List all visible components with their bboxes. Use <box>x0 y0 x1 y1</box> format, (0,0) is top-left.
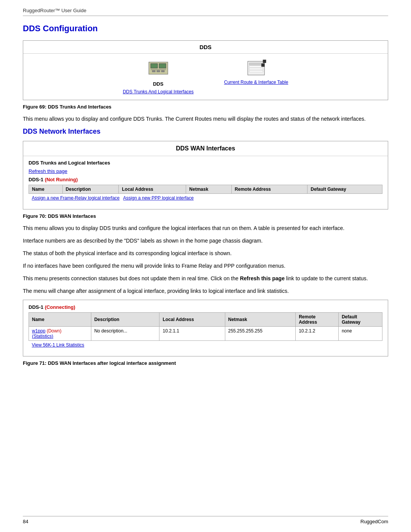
para6-post: link to update to the current status. <box>285 275 368 281</box>
section2-para7: The menu will change after assignment of… <box>23 287 388 295</box>
figure69-caption: Figure 69: DDS Trunks And Interfaces <box>23 104 388 110</box>
section1-para1: This menu allows you to display and conf… <box>23 115 388 123</box>
svg-rect-4 <box>152 70 155 72</box>
svg-rect-9 <box>249 66 263 67</box>
figure69-item1: DDS DDS Trunks And Logical Interfaces <box>123 59 194 94</box>
figure71-table-wrapper: Name Description Local Address Netmask R… <box>29 312 382 349</box>
page-footer: 84 RuggedCom <box>23 516 388 524</box>
assign-row-cell: Assign a new Frame-Relay logical interfa… <box>29 194 382 203</box>
view-stats-row: View 56K-1 Link Statistics <box>29 341 382 350</box>
col-description: Description <box>62 185 119 194</box>
figure70-caption: Figure 70: DDS WAN Interfaces <box>23 213 388 219</box>
view-stats-cell: View 56K-1 Link Statistics <box>29 341 382 350</box>
figure70-status-notrunning: (Not Running) <box>45 177 78 182</box>
svg-rect-2 <box>159 64 166 68</box>
section2-para4: The status of both the physical interfac… <box>23 249 388 257</box>
svg-rect-6 <box>161 70 164 72</box>
figure71-table: Name Description Local Address Netmask R… <box>29 312 382 349</box>
svg-rect-11 <box>249 70 263 72</box>
f71-row-default-gateway: none <box>338 327 382 341</box>
f71-row-local-address: 10.2.1.1 <box>159 327 225 341</box>
svg-rect-13 <box>261 64 264 67</box>
dds-trunks-icon <box>147 59 170 77</box>
f71-row-netmask: 255.255.255.255 <box>225 327 296 341</box>
w1ppp-link[interactable]: w1ppp <box>32 328 45 334</box>
section2-para5: If no interfaces have been configured th… <box>23 262 388 270</box>
figure71-content: DDS-1 (Connecting) Name Description Loca… <box>23 300 388 356</box>
assign-ppp-link[interactable]: Assign a new PPP logical interface <box>123 195 194 201</box>
section2-para3: Interface numbers are as described by th… <box>23 237 388 245</box>
figure70-content: DDS Trunks and Logical Interfaces Refres… <box>23 156 388 209</box>
figure69-title: DDS <box>23 41 388 54</box>
figure69-content: DDS DDS Trunks And Logical Interfaces Cu… <box>23 54 388 100</box>
section1-title: DDS Configuration <box>23 24 388 34</box>
f71-row-description: No description... <box>91 327 159 341</box>
col-remote-address: Remote Address <box>231 185 307 194</box>
f71-col-name: Name <box>29 313 91 327</box>
figure70-wan-title: DDS WAN Interfaces <box>23 141 388 156</box>
assign-frame-relay-link[interactable]: Assign a new Frame-Relay logical interfa… <box>32 195 120 201</box>
figure71-status-prefix: DDS-1 <box>29 304 45 310</box>
col-local-address: Local Address <box>119 185 186 194</box>
para6-bold: Refresh this page <box>240 275 284 281</box>
route-table-icon <box>245 59 268 77</box>
f71-row-remote-address: 10.2.1.2 <box>296 327 339 341</box>
figure71-box: DDS-1 (Connecting) Name Description Loca… <box>23 300 388 356</box>
figure70-refresh-link[interactable]: Refresh this page <box>29 168 67 174</box>
footer-brand: RuggedCom <box>360 519 388 524</box>
page-number: 84 <box>23 519 28 524</box>
col-default-gateway: Default Gateway <box>307 185 382 194</box>
figure70-status-prefix: DDS-1 <box>29 177 45 182</box>
figure69-item1-link[interactable]: DDS Trunks And Logical Interfaces <box>123 89 194 94</box>
figure70-box: DDS WAN Interfaces DDS Trunks and Logica… <box>23 141 388 209</box>
figure70-table-wrapper: Name Description Local Address Netmask R… <box>29 185 382 202</box>
statistics-link[interactable]: (Statistics) <box>32 334 53 339</box>
figure69-item2: Current Route & Interface Table <box>224 59 288 85</box>
figure70-table: Name Description Local Address Netmask R… <box>29 185 382 202</box>
f71-col-description: Description <box>91 313 159 327</box>
section2-title: DDS Network Interfaces <box>23 128 388 136</box>
view-56k-link[interactable]: View 56K-1 Link Statistics <box>32 342 84 348</box>
f71-col-local-address: Local Address <box>159 313 225 327</box>
figure69-box: DDS DDS DDS Trunks And Logical Interface… <box>23 40 388 100</box>
svg-rect-1 <box>151 64 158 68</box>
svg-rect-8 <box>249 63 263 65</box>
figure69-item2-link[interactable]: Current Route & Interface Table <box>224 80 288 85</box>
col-name: Name <box>29 185 63 194</box>
f71-col-netmask: Netmask <box>225 313 296 327</box>
figure71-caption: Figure 71: DDS WAN Interfaces after logi… <box>23 360 388 366</box>
header-title: RuggedRouter™ User Guide <box>23 8 86 13</box>
section2-para6: This menu presents connection statuses b… <box>23 275 388 283</box>
f71-col-default-gateway: DefaultGateway <box>338 313 382 327</box>
down-status: (Down) <box>45 328 61 334</box>
svg-rect-5 <box>157 70 160 72</box>
f71-row-name: w1ppp (Down) (Statistics) <box>29 327 91 341</box>
page-header: RuggedRouter™ User Guide <box>23 8 388 16</box>
col-netmask: Netmask <box>186 185 231 194</box>
para6-pre: This menu presents connection statuses b… <box>23 275 240 281</box>
f71-col-remote-address: RemoteAddress <box>296 313 339 327</box>
figure71-status-connecting: (Connecting) <box>45 304 75 310</box>
section2-para2: This menu allows you to display DDS trun… <box>23 224 388 232</box>
svg-rect-10 <box>249 68 263 70</box>
svg-rect-12 <box>263 60 266 63</box>
figure70-section-label: DDS Trunks and Logical Interfaces <box>29 160 382 166</box>
table-row: w1ppp (Down) (Statistics) No description… <box>29 327 382 341</box>
figure69-item1-label: DDS <box>153 81 163 87</box>
